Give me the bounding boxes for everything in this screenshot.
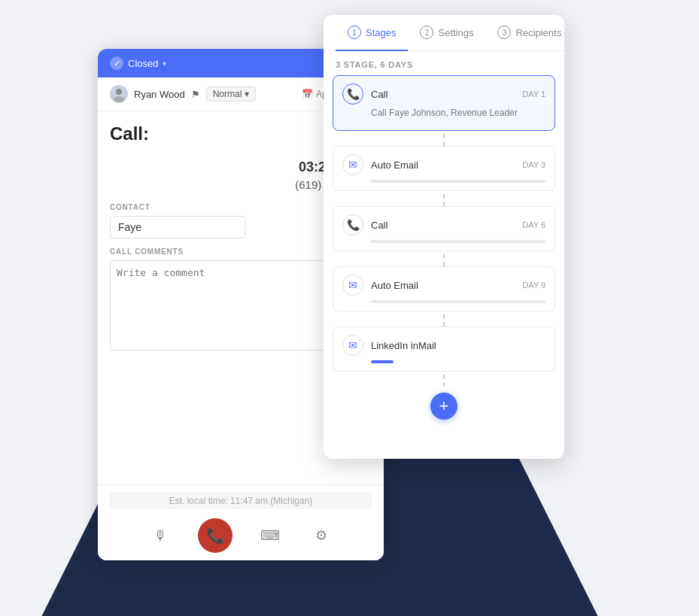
mute-button[interactable]: 🎙 [147, 522, 174, 549]
stage-4-name: Auto Email [371, 280, 515, 291]
stage-4-day: DAY 9 [522, 281, 546, 290]
header-left: ✓ Closed ▾ [110, 56, 166, 70]
stage-4-bar [371, 300, 546, 303]
svg-point-0 [116, 89, 122, 95]
priority-label: Normal [213, 89, 242, 99]
tab-stages-label: Stages [366, 27, 396, 38]
settings-button[interactable]: ⚙ [308, 522, 335, 549]
stage-2-bar [371, 180, 546, 183]
tab-stages-num: 1 [348, 26, 361, 39]
svg-point-1 [114, 96, 124, 102]
stage-3-header: 📞 Call DAY 6 [342, 214, 546, 235]
stage-item-2[interactable]: ✉ Auto Email DAY 3 [333, 146, 555, 191]
stage-1-call-icon: 📞 [342, 83, 363, 105]
tab-settings[interactable]: 2 Settings [408, 15, 485, 51]
call-controls: 🎙 📞 ⌨ ⚙ [110, 518, 372, 553]
add-stage-button[interactable]: + [430, 393, 457, 420]
status-dropdown-icon[interactable]: ▾ [163, 59, 166, 68]
stage-5-linkedin-icon: ✉ [342, 335, 363, 356]
connector-2 [333, 194, 555, 206]
hangup-button[interactable]: 📞 [198, 518, 232, 553]
status-check-icon: ✓ [110, 56, 123, 70]
tab-settings-num: 2 [420, 26, 433, 39]
stage-2-header: ✉ Auto Email DAY 3 [342, 154, 546, 175]
stage-3-day: DAY 6 [522, 220, 546, 229]
flag-icon: ⚑ [191, 89, 200, 100]
user-name: Ryan Wood [134, 89, 185, 100]
tab-recipients-label: Recipients [515, 27, 561, 38]
stage-item-4[interactable]: ✉ Auto Email DAY 9 [333, 266, 555, 311]
stage-1-subtitle: Call Faye Johnson, Revenue Leader [342, 108, 546, 118]
stages-list: 📞 Call DAY 1 Call Faye Johnson, Revenue … [324, 75, 564, 459]
avatar [110, 85, 128, 103]
dialpad-button[interactable]: ⌨ [257, 522, 284, 549]
connector-5 [333, 375, 555, 387]
stage-3-bar [371, 240, 546, 243]
stages-tabs: 1 Stages 2 Settings 3 Recipients [324, 15, 564, 51]
stage-5-bar [371, 360, 394, 363]
stage-1-header: 📞 Call DAY 1 [342, 83, 546, 105]
tab-settings-label: Settings [438, 27, 473, 38]
stage-item-1[interactable]: 📞 Call DAY 1 Call Faye Johnson, Revenue … [333, 75, 555, 131]
calendar-icon: 📅 [302, 89, 313, 99]
stage-5-header: ✉ LinkedIn inMail [342, 335, 546, 356]
stage-1-day: DAY 1 [522, 90, 546, 99]
tab-stages[interactable]: 1 Stages [336, 15, 408, 51]
stage-4-email-icon: ✉ [342, 275, 363, 296]
stage-4-header: ✉ Auto Email DAY 9 [342, 275, 546, 296]
stage-5-name: LinkedIn inMail [371, 340, 538, 351]
connector-line-5 [443, 375, 445, 387]
stage-2-email-icon: ✉ [342, 154, 363, 175]
contact-input[interactable] [110, 216, 245, 238]
call-panel-footer: Est. local time: 11:47 am (Michigan) 🎙 📞… [98, 484, 384, 560]
priority-arrow-icon: ▾ [245, 89, 249, 99]
connector-line-1 [443, 134, 445, 146]
stage-2-name: Auto Email [371, 159, 515, 171]
stage-3-call-icon: 📞 [342, 214, 363, 235]
stages-summary: 3 STAGE, 6 DAYS [324, 51, 564, 75]
stage-1-name: Call [371, 89, 515, 100]
connector-line-3 [443, 254, 445, 266]
add-stage-icon: + [439, 396, 449, 416]
status-label: Closed [128, 58, 158, 69]
priority-badge[interactable]: Normal ▾ [206, 86, 257, 102]
connector-line-4 [443, 314, 445, 326]
connector-1 [333, 134, 555, 146]
connector-line-2 [443, 194, 445, 206]
stage-item-5[interactable]: ✉ LinkedIn inMail [333, 326, 555, 372]
stage-3-name: Call [371, 220, 515, 231]
stage-item-3[interactable]: 📞 Call DAY 6 [333, 206, 555, 251]
connector-4 [333, 314, 555, 326]
stages-panel: 1 Stages 2 Settings 3 Recipients 3 STAGE… [324, 15, 564, 459]
connector-3 [333, 254, 555, 266]
tab-recipients-num: 3 [497, 26, 511, 39]
stage-2-day: DAY 3 [522, 160, 546, 169]
tab-recipients[interactable]: 3 Recipients [485, 15, 564, 51]
local-time: Est. local time: 11:47 am (Michigan) [110, 493, 372, 509]
